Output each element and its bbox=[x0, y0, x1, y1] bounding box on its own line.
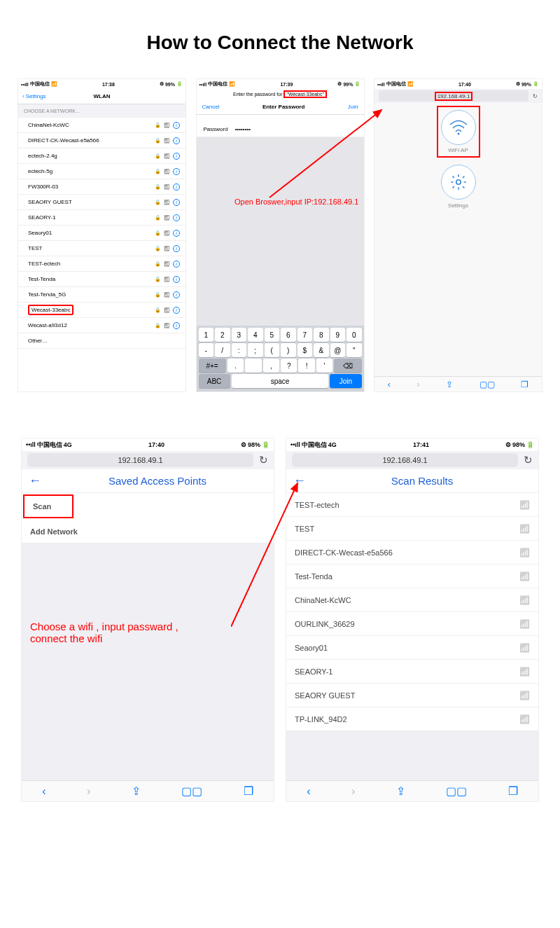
info-icon[interactable]: i bbox=[173, 214, 180, 221]
kb-key[interactable]: ? bbox=[281, 359, 297, 373]
back-arrow-icon[interactable]: ← bbox=[29, 473, 41, 488]
kb-join[interactable]: Join bbox=[330, 374, 361, 388]
kb-space[interactable]: space bbox=[232, 374, 329, 388]
kb-key[interactable]: 2 bbox=[215, 328, 230, 342]
kb-backspace[interactable]: ⌫ bbox=[334, 359, 361, 373]
kb-key[interactable]: , bbox=[263, 359, 279, 373]
kb-key[interactable]: : bbox=[232, 343, 247, 357]
wifi-row[interactable]: DIRECT-CK-Wecast-e5a566i bbox=[18, 133, 186, 148]
scan-result-row[interactable]: TEST-ectech bbox=[286, 493, 538, 517]
kb-key[interactable]: @ bbox=[330, 343, 346, 357]
tabs-icon[interactable]: ❐ bbox=[521, 380, 528, 389]
info-icon[interactable]: i bbox=[173, 307, 180, 314]
scan-result-row[interactable]: Test-Tenda bbox=[286, 565, 538, 588]
kb-key[interactable]: . bbox=[227, 359, 244, 373]
tabs-icon[interactable]: ❐ bbox=[244, 784, 253, 798]
kb-key[interactable]: 7 bbox=[298, 328, 313, 342]
back-icon[interactable]: ‹ bbox=[42, 785, 46, 798]
tabs-icon[interactable]: ❐ bbox=[508, 784, 518, 798]
scan-result-row[interactable]: SEAORY-1 bbox=[286, 660, 538, 684]
info-icon[interactable]: i bbox=[173, 322, 180, 329]
kb-key[interactable]: " bbox=[346, 343, 362, 357]
kb-key[interactable]: 3 bbox=[232, 328, 247, 342]
kb-key[interactable]: & bbox=[314, 343, 329, 357]
info-icon[interactable]: i bbox=[173, 276, 180, 283]
info-icon[interactable]: i bbox=[173, 199, 180, 206]
add-network-button[interactable]: Add Network bbox=[22, 520, 274, 543]
info-icon[interactable]: i bbox=[173, 183, 180, 191]
back-arrow-icon[interactable]: ← bbox=[293, 473, 306, 488]
bookmarks-icon[interactable]: ▢▢ bbox=[446, 784, 467, 798]
url-field[interactable]: 192.168.49.1 bbox=[379, 90, 528, 102]
scan-result-row[interactable]: Seaory01 bbox=[286, 636, 538, 660]
scan-result-row[interactable]: OURLINK_36629 bbox=[286, 612, 538, 636]
wifi-row[interactable]: ectech-2.4gi bbox=[18, 148, 186, 164]
wifi-row[interactable]: ectech-5gi bbox=[18, 164, 186, 179]
wifi-row[interactable]: ChinaNet-KcWCi bbox=[18, 118, 186, 133]
scan-result-row[interactable]: DIRECT-CK-Wecast-e5a566 bbox=[286, 541, 538, 565]
scan-result-row[interactable]: TP-LINK_94D2 bbox=[286, 707, 538, 731]
wifi-row[interactable]: Test-Tendai bbox=[18, 272, 186, 287]
info-icon[interactable]: i bbox=[173, 245, 180, 252]
kb-key[interactable]: 1 bbox=[199, 328, 214, 342]
wifi-row[interactable]: Other… bbox=[18, 333, 186, 349]
cancel-button[interactable]: Cancel bbox=[202, 104, 220, 110]
wifi-row[interactable]: FW300R-03i bbox=[18, 179, 186, 195]
scan-result-row[interactable]: ChinaNet-KcWC bbox=[286, 588, 538, 612]
kb-key[interactable]: 6 bbox=[281, 328, 296, 342]
kb-key[interactable]: 5 bbox=[265, 328, 280, 342]
kb-key[interactable]: 8 bbox=[314, 328, 329, 342]
info-icon[interactable]: i bbox=[173, 122, 180, 129]
bookmarks-icon[interactable]: ▢▢ bbox=[181, 784, 202, 798]
reload-icon[interactable] bbox=[533, 93, 538, 99]
password-field-row[interactable]: Password •••••••• bbox=[197, 122, 364, 137]
url-field[interactable]: 192.168.49.1 bbox=[27, 453, 253, 467]
share-icon[interactable]: ⇪ bbox=[446, 380, 453, 389]
wifi-row[interactable]: Wecast-33eabci bbox=[18, 303, 186, 318]
share-icon[interactable]: ⇪ bbox=[132, 784, 141, 798]
info-icon[interactable]: i bbox=[173, 261, 180, 268]
back-button[interactable]: ‹Settings bbox=[22, 93, 46, 99]
url-field[interactable]: 192.168.49.1 bbox=[292, 453, 518, 467]
kb-key[interactable]: ' bbox=[316, 359, 332, 373]
back-icon[interactable]: ‹ bbox=[307, 785, 310, 798]
info-icon[interactable]: i bbox=[173, 230, 180, 237]
wifi-ap-button[interactable] bbox=[441, 110, 476, 145]
kb-key[interactable]: 4 bbox=[248, 328, 263, 342]
kb-abc[interactable]: ABC bbox=[199, 374, 230, 388]
scan-result-row[interactable]: SEAORY GUEST bbox=[286, 684, 538, 707]
info-icon[interactable]: i bbox=[173, 137, 180, 144]
kb-key[interactable]: ; bbox=[248, 343, 263, 357]
back-icon[interactable]: ‹ bbox=[388, 380, 391, 389]
wifi-row[interactable]: Wecast-a93d12i bbox=[18, 318, 186, 333]
kb-key[interactable]: / bbox=[215, 343, 230, 357]
kb-shift[interactable]: #+= bbox=[199, 359, 226, 373]
kb-key[interactable]: ! bbox=[298, 359, 314, 373]
bookmarks-icon[interactable]: ▢▢ bbox=[479, 380, 495, 389]
kb-key[interactable]: 0 bbox=[346, 328, 362, 342]
kb-key[interactable] bbox=[245, 359, 261, 373]
info-icon[interactable]: i bbox=[173, 168, 180, 175]
scan-button[interactable]: Scan bbox=[23, 494, 74, 518]
kb-key[interactable]: ) bbox=[281, 343, 296, 357]
forward-icon: › bbox=[87, 785, 90, 798]
kb-key[interactable]: $ bbox=[298, 343, 313, 357]
join-button[interactable]: Join bbox=[348, 104, 358, 110]
info-icon[interactable]: i bbox=[173, 291, 180, 298]
wifi-row[interactable]: Test-Tenda_5Gi bbox=[18, 287, 186, 303]
kb-key[interactable]: ( bbox=[265, 343, 280, 357]
share-icon[interactable]: ⇪ bbox=[396, 784, 405, 798]
kb-key[interactable]: 9 bbox=[330, 328, 346, 342]
scan-result-row[interactable]: TEST bbox=[286, 517, 538, 541]
info-icon[interactable]: i bbox=[173, 153, 180, 160]
reload-icon[interactable] bbox=[524, 454, 533, 466]
settings-button[interactable] bbox=[441, 165, 476, 200]
wifi-row[interactable]: SEAORY GUESTi bbox=[18, 195, 186, 210]
reload-icon[interactable] bbox=[259, 454, 268, 466]
clock: 17:38 bbox=[102, 82, 115, 87]
wifi-row[interactable]: TEST-ectechi bbox=[18, 256, 186, 272]
wifi-row[interactable]: TESTi bbox=[18, 241, 186, 256]
wifi-row[interactable]: Seaory01i bbox=[18, 226, 186, 241]
wifi-row[interactable]: SEAORY-1i bbox=[18, 210, 186, 226]
kb-key[interactable]: - bbox=[199, 343, 214, 357]
